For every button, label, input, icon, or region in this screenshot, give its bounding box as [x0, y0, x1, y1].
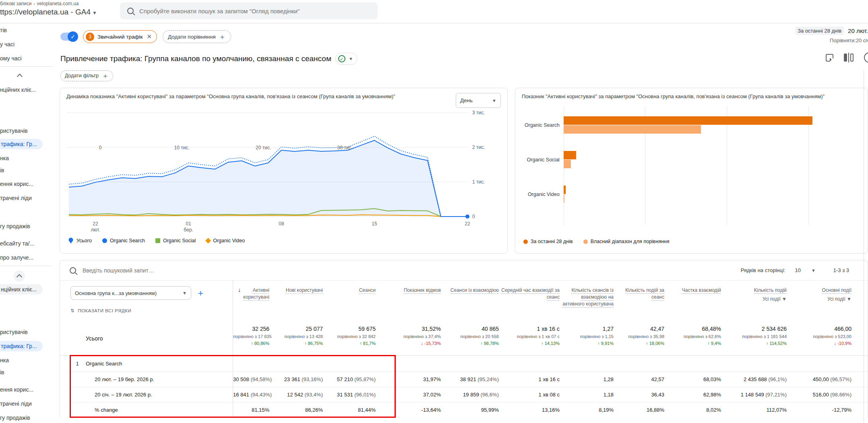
sidebar-item[interactable]: ення корис... — [0, 179, 33, 189]
table-row[interactable]: % change81,15%86,26%81,44%-13,64%95,99%1… — [69, 402, 868, 417]
scrollbar[interactable] — [864, 70, 864, 423]
table-row[interactable]: 20 січ. – 19 лют. 2026 р.16 841 (94,43%)… — [69, 387, 868, 402]
totals-cell: 59 675порівняно з 32 842↑ 81,7% — [323, 322, 376, 355]
add-dimension-icon[interactable]: ＋ — [196, 287, 205, 299]
bar-current[interactable] — [564, 186, 566, 194]
notes-icon[interactable] — [826, 54, 833, 62]
sidebar-item[interactable]: про залуче... — [0, 252, 33, 263]
column-header-label: Частка взаємодій — [682, 287, 721, 293]
row-label: % change — [69, 407, 118, 413]
metric-cell: -13,64% — [376, 407, 441, 413]
totals-change: ↑ 14,13% — [499, 341, 560, 346]
column-header-середній[interactable]: Середній час взаємодії за сеанс — [499, 281, 560, 322]
rows-per-page-select[interactable]: 10 ▼ — [795, 267, 815, 273]
sidebar-item[interactable]: трачені ліди — [0, 398, 32, 409]
breadcrumb[interactable]: блікові записи › veloplaneta.com.ua — [0, 1, 97, 6]
line-chart[interactable]: 3 тис.2 тис.1 тис.022лют.01бер.081522 — [66, 108, 500, 233]
add-comparison-button[interactable]: Додати порівняння ＋ — [163, 30, 231, 43]
sidebar-item[interactable]: нка — [0, 355, 9, 365]
comparison-toggle[interactable]: ✓ — [60, 33, 77, 41]
metric-cell: 36,43 — [614, 392, 664, 398]
breadcrumb-accounts[interactable]: блікові записи — [0, 1, 32, 6]
show-all-rows-button[interactable]: ⇅ ПОКАЗАТИ ВСІ РЯДКИ — [70, 308, 233, 314]
sidebar-item[interactable]: ристувачів — [0, 327, 28, 337]
insights-icon[interactable] — [864, 52, 868, 63]
event-filter-select[interactable]: Усі події ▼ — [787, 296, 851, 303]
totals-cell: 1,27порівняно з 1,15↑ 9,91% — [560, 322, 614, 355]
collapse-chevron-icon[interactable] — [18, 73, 22, 77]
sidebar-item[interactable]: ення корис... — [0, 384, 33, 395]
legend-item-усього[interactable]: Усього — [68, 237, 92, 244]
sidebar-item[interactable]: гу продажів — [0, 221, 30, 231]
column-header-сеанси[interactable]: Сеанси із взаємодією — [441, 281, 499, 322]
metric-share: (95,24%) — [476, 376, 499, 382]
column-header-показник[interactable]: Показник відмов — [376, 281, 441, 322]
column-header-сеанси[interactable]: Сеанси — [323, 281, 376, 322]
sidebar-item[interactable]: у часі — [0, 39, 14, 50]
search-input[interactable] — [139, 8, 365, 14]
table-row[interactable]: 20 лют. – 19 бер. 2026 р.30 508 (94,58%)… — [69, 371, 868, 387]
legend-item-organic-video[interactable]: Organic Video — [206, 238, 245, 243]
bar-row-organic-social[interactable]: Organic Social — [564, 151, 862, 169]
sidebar-item[interactable]: ебсайту та/... — [0, 238, 34, 249]
column-header-кількість[interactable]: Кількість подійУсі події ▼ — [721, 281, 787, 322]
legend-item-organic-search[interactable]: Organic Search — [102, 238, 145, 243]
column-header-частка[interactable]: Частка взаємодій — [664, 281, 721, 322]
ga4-app: блікові записи › veloplaneta.com.ua ttps… — [0, 0, 868, 423]
column-header-основні[interactable]: Основні подіїУсі події ▼ — [787, 281, 851, 322]
sidebar-item[interactable]: гу продажів — [0, 413, 30, 423]
compare-reports-icon[interactable] — [844, 53, 854, 62]
granularity-select[interactable]: День ▼ — [456, 93, 501, 108]
sort-arrow-icon[interactable]: ↓ — [238, 286, 241, 293]
sidebar-item[interactable]: трафика: Гр... — [0, 139, 43, 149]
date-range-badge: За останні 28 днів — [795, 27, 844, 35]
bar-current[interactable] — [564, 151, 576, 159]
property-selector[interactable]: ttps://veloplaneta.ua - GA4▼ — [0, 8, 97, 17]
sidebar-item[interactable]: ому часі — [0, 53, 22, 64]
date-range-block[interactable]: За останні 28 днів 20 лют. Порівняти:20 … — [795, 27, 868, 43]
collapse-chevron-icon[interactable] — [14, 270, 25, 282]
column-header-кількість[interactable]: Кількість сеансів із взаємодією на актив… — [560, 281, 614, 322]
group-header-row[interactable]: 1Organic Search — [69, 356, 868, 371]
totals-value: 68,48% — [664, 326, 721, 332]
sidebar-item[interactable]: ів — [0, 367, 4, 378]
svg-text:22: 22 — [93, 221, 98, 227]
table-search-input[interactable] — [83, 267, 284, 274]
column-header-нові[interactable]: Нові користувачі — [269, 281, 323, 322]
bar-current[interactable] — [564, 116, 812, 125]
global-search[interactable] — [120, 2, 378, 19]
diamond-marker-icon — [205, 238, 211, 243]
legend-item-organic-social[interactable]: Organic Social — [155, 238, 196, 243]
sidebar-item[interactable]: нційних кліє... — [0, 284, 43, 295]
column-header-активні[interactable]: ↓Активні користувачі — [233, 281, 269, 322]
comparison-chip[interactable]: 3 Звичайний трафік ✕ — [83, 30, 157, 43]
sidebar-item[interactable]: трафика: Гр... — [0, 341, 43, 351]
bar-row-organic-search[interactable]: Organic Search — [564, 116, 862, 134]
totals-compare: порівняно з 32 842 — [323, 334, 376, 339]
sidebar-item[interactable]: нційних кліє... — [0, 85, 36, 95]
metric-cell: 16 841 (94,43%) — [233, 392, 269, 398]
metric-cell: 1,18 — [560, 392, 614, 398]
bar-category-label: Organic Social — [527, 157, 560, 163]
bar-row-organic-video[interactable]: Organic Video — [564, 186, 862, 203]
event-filter-select[interactable]: Усі події ▼ — [721, 296, 787, 303]
sidebar-item[interactable]: ів — [0, 165, 4, 175]
add-filter-button[interactable]: Додати фільтр ＋ — [60, 70, 113, 81]
close-icon[interactable]: ✕ — [147, 33, 152, 40]
breadcrumb-property[interactable]: veloplaneta.com.ua — [37, 1, 79, 6]
table-totals-row[interactable]: Усього 32 256порівняно з 17 835↑ 80,86%2… — [69, 322, 868, 355]
channel-name: Organic Search — [86, 361, 122, 367]
bar-comparison[interactable] — [564, 125, 701, 134]
column-header-label: Сеанси — [359, 287, 376, 293]
dimension-select[interactable]: Основна група к...за умовчанням) ▼ — [70, 286, 191, 300]
data-quality-badge[interactable]: ✓ ▼ — [335, 53, 358, 65]
column-header-кількість[interactable]: Кількість подій за сеанс — [614, 281, 664, 322]
sidebar-item[interactable]: ристувачів — [0, 126, 28, 136]
sidebar-item[interactable]: тів — [0, 25, 7, 35]
sidebar-item[interactable]: нка — [0, 153, 9, 163]
bar-comparison[interactable] — [564, 194, 564, 203]
bar-comparison[interactable] — [564, 160, 571, 168]
sidebar-item[interactable]: трачені ліди — [0, 193, 32, 203]
metric-value: 12 542 — [287, 392, 303, 398]
bar-chart[interactable]: Organic SearchOrganic SocialOrganic Vide… — [522, 106, 861, 225]
